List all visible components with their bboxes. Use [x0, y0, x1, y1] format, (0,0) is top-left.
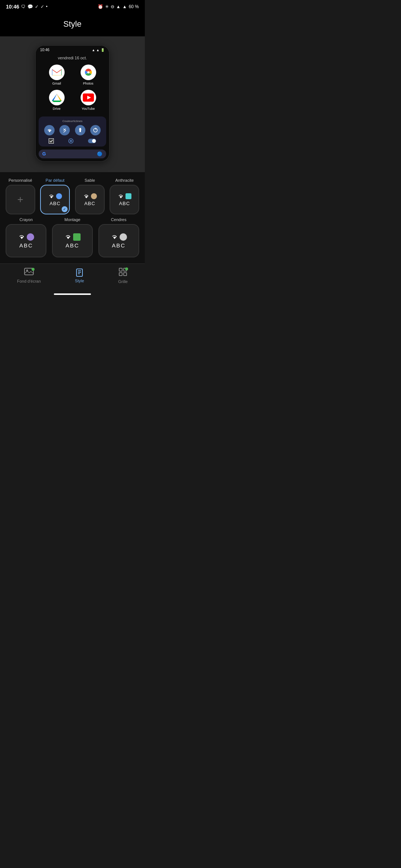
style-card-cendres[interactable]: ABC [98, 224, 139, 257]
style-card-default[interactable]: ABC ✓ [40, 185, 70, 214]
app-grid: Gmail Photos [36, 65, 109, 116]
svg-marker-12 [79, 129, 81, 131]
status-icons-right: ⏰ ✳ ⊖ ▲ ▲ 60 % [98, 4, 139, 9]
page-title: Style [0, 19, 145, 29]
radio-btn [68, 138, 74, 144]
style-card-personalise[interactable]: + [6, 185, 35, 214]
check2-icon: ✓ [40, 4, 44, 9]
style-cendres-icons [111, 233, 127, 241]
quick-panel-title: Couleur/Icônes [42, 119, 103, 123]
svg-rect-13 [79, 131, 81, 132]
style-card-anthracite[interactable]: ABC [110, 185, 139, 214]
style-item-cendres[interactable]: Cendres ABC [97, 217, 140, 257]
abc-sable: ABC [84, 201, 95, 206]
style-crayon-icons [18, 233, 34, 241]
app-gmail[interactable]: Gmail [43, 65, 70, 85]
grille-label: Grille [118, 279, 128, 284]
style-label: Style [75, 279, 84, 283]
phone-status-icons: ▲ ▲ 🔋 [92, 48, 105, 52]
style-grid-row2: Crayon ABC Montage [4, 217, 140, 263]
svg-rect-24 [124, 273, 127, 276]
dot-montage [73, 233, 81, 241]
rotate-toggle [90, 125, 101, 135]
style-item-default[interactable]: Par défaut ABC ✓ [39, 178, 71, 214]
phone-status-bar: 10:46 ▲ ▲ 🔋 [36, 46, 109, 53]
wifi-icon-crayon [18, 234, 25, 240]
phone-time: 10:46 [40, 48, 49, 52]
status-time: 10:46 [6, 4, 19, 10]
style-item-anthracite[interactable]: Anthracite ABC [109, 178, 141, 214]
phone-date: vendredi 16 oct. [36, 53, 109, 65]
abc-cendres: ABC [112, 242, 125, 249]
abc-montage: ABC [66, 242, 79, 249]
app-drive[interactable]: Drive [43, 90, 70, 111]
youtube-label: YouTube [82, 107, 95, 111]
signal-icon: ▲ [123, 4, 127, 9]
style-item-sable[interactable]: Sable ABC [74, 178, 106, 214]
dot-sable [91, 193, 97, 199]
style-grid-row1: Personnalisé + Par défaut ABC ✓ [4, 178, 140, 214]
nav-grille[interactable]: Grille [118, 267, 128, 284]
style-label-cendres: Cendres [111, 217, 127, 222]
dot-default [56, 193, 62, 199]
status-bar: 10:46 🗨 💬 ✓ ✓ • ⏰ ✳ ⊖ ▲ ▲ 60 % [0, 0, 145, 13]
style-label-anthracite: Anthracite [115, 178, 134, 183]
minus-icon: ⊖ [111, 4, 114, 9]
svg-rect-0 [52, 69, 62, 76]
svg-marker-8 [52, 101, 62, 102]
style-item-montage[interactable]: Montage ABC [51, 217, 94, 257]
flashlight-toggle [75, 125, 85, 135]
style-card-sable[interactable]: ABC [75, 185, 105, 214]
drive-label: Drive [53, 107, 61, 111]
dot-icon: • [46, 4, 48, 9]
nav-fond-ecran[interactable]: Fond d'écran [17, 268, 41, 283]
app-youtube[interactable]: YouTube [75, 90, 102, 111]
gmail-label: Gmail [52, 82, 61, 85]
nav-style[interactable]: Style [75, 268, 84, 283]
toggle-knob [92, 139, 96, 143]
app-photos[interactable]: Photos [75, 65, 102, 85]
photos-label: Photos [83, 82, 93, 85]
phone-preview: 10:46 ▲ ▲ 🔋 vendredi 16 oct. [35, 45, 110, 162]
abc-default: ABC [49, 201, 61, 206]
svg-rect-21 [119, 268, 122, 271]
wifi-icon-montage [64, 234, 72, 240]
header: Style [0, 13, 145, 36]
quick-toggles [42, 125, 103, 135]
quick-settings-panel: Couleur/Icônes [39, 116, 106, 147]
style-item-personalise[interactable]: Personnalisé + [4, 178, 36, 214]
style-label-montage: Montage [65, 217, 81, 222]
check1-icon: ✓ [35, 4, 39, 9]
phone-search-bar: G 🔵 [39, 149, 106, 158]
abc-anthracite: ABC [119, 201, 130, 206]
wifi-toggle [44, 125, 55, 135]
youtube-icon [81, 90, 96, 105]
style-montage-icons [64, 233, 81, 241]
radio-inner [70, 140, 72, 142]
wifi-icon-anthracite [117, 194, 124, 199]
photos-icon [81, 65, 96, 80]
bluetooth-icon: ✳ [105, 4, 109, 9]
wifi-icon-default [48, 194, 55, 199]
checkbox-1 [49, 138, 54, 144]
style-anthracite-icons [117, 193, 131, 199]
status-left: 10:46 🗨 💬 ✓ ✓ • [6, 4, 48, 10]
bottom-indicator [0, 291, 145, 299]
google-g: G [42, 151, 46, 157]
style-card-montage[interactable]: ABC [52, 224, 93, 257]
selected-check: ✓ [62, 206, 68, 212]
style-card-crayon[interactable]: ABC [6, 224, 46, 257]
grille-notification-dot [125, 267, 128, 270]
fond-ecran-notification-dot [32, 268, 35, 271]
drive-icon [49, 90, 65, 105]
style-item-crayon[interactable]: Crayon ABC [4, 217, 48, 257]
style-label-sable: Sable [85, 178, 95, 183]
gmail-icon [49, 65, 65, 80]
battery-text: 60 % [129, 4, 139, 9]
dot-cendres [120, 233, 127, 241]
toggle-switch [88, 139, 96, 143]
wifi-icon-cendres [111, 234, 118, 240]
style-label-crayon: Crayon [20, 217, 33, 222]
style-icon [75, 268, 84, 277]
svg-point-4 [87, 71, 89, 73]
